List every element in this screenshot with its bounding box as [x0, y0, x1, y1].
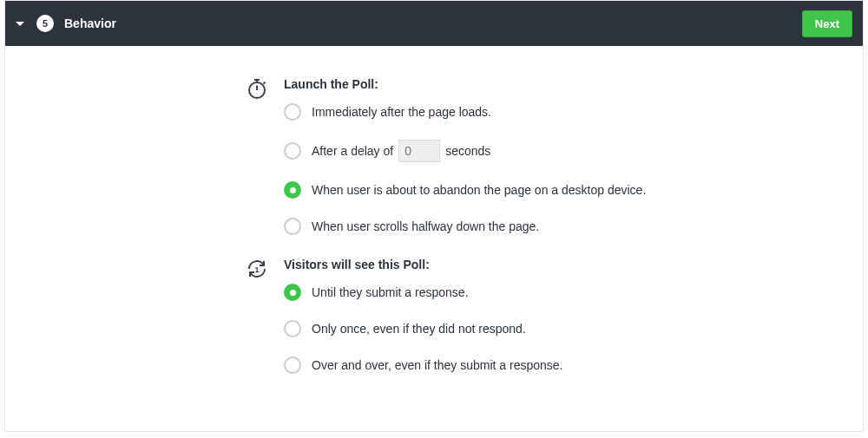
radio-abandon[interactable]: [284, 181, 301, 199]
launch-option-delay[interactable]: After a delay of seconds: [284, 140, 646, 162]
delay-suffix: seconds: [445, 144, 490, 158]
launch-option-label: When user scrolls halfway down the page.: [312, 219, 539, 233]
visitors-option-label: Only once, even if they did not respond.: [312, 322, 526, 336]
next-button[interactable]: Next: [802, 10, 852, 37]
radio-until-submit[interactable]: [284, 284, 301, 301]
panel-header[interactable]: 5 Behavior Next: [5, 1, 863, 46]
visitors-option-until-submit[interactable]: Until they submit a response.: [284, 284, 563, 301]
svg-line-4: [264, 82, 266, 84]
visitors-option-only-once[interactable]: Only once, even if they did not respond.: [284, 320, 563, 337]
visitors-heading: Visitors will see this Poll:: [284, 258, 563, 271]
visitors-option-over-and-over[interactable]: Over and over, even if they submit a res…: [284, 356, 563, 374]
panel-body: Launch the Poll: Immediately after the p…: [5, 46, 863, 431]
behavior-panel: 5 Behavior Next Launch the Poll: Immedia…: [4, 0, 864, 432]
delay-prefix: After a delay of: [312, 144, 393, 158]
collapse-chevron-icon[interactable]: [16, 22, 24, 26]
step-number-badge: 5: [36, 15, 54, 32]
svg-text:1: 1: [254, 265, 259, 274]
visitors-option-label: Over and over, even if they submit a res…: [312, 358, 563, 372]
visitors-option-label: Until they submit a response.: [312, 285, 469, 299]
stopwatch-icon: [246, 77, 268, 100]
launch-content: Launch the Poll: Immediately after the p…: [284, 77, 646, 235]
radio-delay[interactable]: [284, 142, 301, 160]
panel-title: Behavior: [64, 16, 802, 30]
launch-option-abandon[interactable]: When user is about to abandon the page o…: [284, 181, 646, 199]
launch-heading: Launch the Poll:: [284, 77, 646, 91]
repeat-once-icon: 1: [246, 258, 268, 280]
visitors-content: Visitors will see this Poll: Until they …: [284, 258, 563, 374]
delay-seconds-input[interactable]: [398, 140, 440, 162]
launch-option-label: Immediately after the page loads.: [312, 105, 491, 119]
visitors-section: 1 Visitors will see this Poll: Until the…: [246, 258, 863, 374]
radio-scroll[interactable]: [284, 218, 301, 235]
radio-over-and-over[interactable]: [284, 356, 301, 374]
launch-option-immediate[interactable]: Immediately after the page loads.: [284, 103, 646, 121]
launch-option-label: When user is about to abandon the page o…: [312, 183, 646, 197]
radio-immediate[interactable]: [284, 103, 301, 121]
launch-option-scroll[interactable]: When user scrolls halfway down the page.: [284, 218, 646, 235]
radio-only-once[interactable]: [284, 320, 301, 337]
launch-section: Launch the Poll: Immediately after the p…: [246, 77, 863, 235]
